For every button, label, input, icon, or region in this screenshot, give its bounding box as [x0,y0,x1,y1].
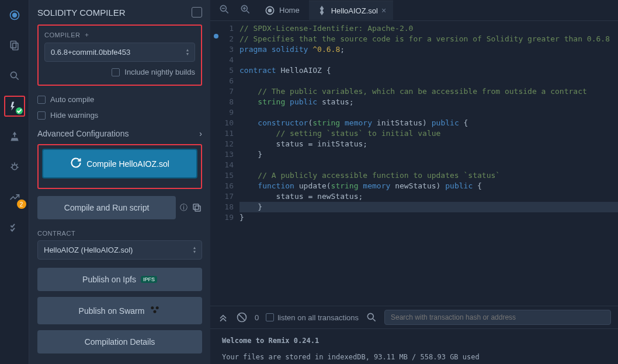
panel-collapse-icon[interactable] [192,7,202,18]
nightly-label: Include nightly builds [124,68,195,76]
chevron-updown-icon [186,48,189,56]
terminal-toolbar: 0 listen on all transactions [210,306,618,329]
close-icon[interactable]: × [381,6,386,15]
logo-icon[interactable] [4,5,25,26]
svg-rect-12 [195,206,200,211]
svg-point-4 [11,72,16,78]
badge-count: 2 [17,200,26,209]
svg-line-5 [16,78,18,80]
code-editor[interactable]: 12345678910111213141516171819 // SPDX-Li… [210,21,618,306]
icon-sidebar: 2 [0,0,29,364]
terminal-search-input[interactable] [384,310,611,325]
zoom-in-icon[interactable] [236,1,255,19]
advanced-config-toggle[interactable]: Advanced Configurations › [37,129,202,138]
svg-point-29 [269,9,272,12]
svg-line-33 [373,319,375,321]
svg-point-14 [151,306,154,309]
tab-file[interactable]: HelloAIOZ.sol × [309,1,393,20]
copy-icon[interactable] [192,202,202,214]
svg-point-1 [12,13,16,18]
svg-line-31 [239,314,245,320]
compiler-version-select[interactable]: 0.6.8+commit.0bbfe453 [44,43,195,62]
svg-rect-13 [193,204,199,209]
swarm-icon [149,304,161,317]
terminal: 0 listen on all transactions Welcome to … [210,306,618,364]
terminal-output: Welcome to Remix 0.24.1 Your files are s… [210,329,618,364]
terminal-welcome: Welcome to Remix 0.24.1 [222,337,319,345]
line-gutter: 12345678910111213141516171819 [210,21,239,306]
chevron-right-icon: › [199,129,202,138]
svg-line-9 [16,164,18,166]
breakpoint-icon[interactable] [214,34,218,38]
search-icon[interactable] [4,65,25,86]
svg-rect-2 [11,41,16,48]
zoom-out-icon[interactable] [215,1,234,19]
nightly-checkbox[interactable] [112,68,120,76]
svg-point-15 [156,306,159,309]
terminal-search-icon[interactable] [366,312,377,323]
hidewarnings-checkbox[interactable] [37,111,46,120]
code-content: // SPDX-License-Identifier: Apache-2.0 /… [239,21,618,306]
svg-line-23 [226,11,228,13]
compile-run-button[interactable]: Compile and Run script [37,196,176,219]
compiler-version-value: 0.6.8+commit.0bbfe453 [51,48,130,57]
terminal-clear-icon[interactable] [236,312,248,323]
compiler-section-highlight: COMPILER ＋ 0.6.8+commit.0bbfe453 Include… [37,24,202,86]
listen-label: listen on all transactions [277,313,359,322]
checklist-icon[interactable] [4,217,25,238]
svg-point-32 [367,313,373,319]
autocompile-label: Auto compile [50,95,94,104]
svg-point-16 [154,310,157,313]
compilation-details-button[interactable]: Compilation Details [37,330,202,354]
debug-icon[interactable] [4,156,25,177]
contract-label: CONTRACT [37,230,202,237]
contract-value: HelloAIOZ (HelloAIOZ.sol) [44,246,133,254]
pending-tx-count: 0 [255,313,259,322]
publish-swarm-button[interactable]: Publish on Swarm [37,297,202,324]
compile-button-label: Compile HelloAIOZ.sol [86,159,169,169]
compiler-icon[interactable] [4,96,25,117]
plus-icon[interactable]: ＋ [84,30,91,39]
refresh-icon [70,157,82,170]
listen-checkbox[interactable] [266,313,274,321]
editor-area: Home HelloAIOZ.sol × 1234567891011121314… [210,0,618,364]
ipfs-badge-icon: IPFS [141,276,157,283]
contract-select[interactable]: HelloAIOZ (HelloAIOZ.sol) [37,240,202,260]
terminal-collapse-icon[interactable] [217,312,229,323]
tab-home[interactable]: Home [257,1,307,20]
compiler-panel: SOLIDITY COMPILER COMPILER ＋ 0.6.8+commi… [29,0,210,364]
analytics-icon[interactable]: 2 [4,187,25,208]
compile-button[interactable]: Compile HelloAIOZ.sol [42,149,197,178]
svg-rect-3 [12,43,18,50]
success-badge-icon [16,107,23,114]
hidewarnings-label: Hide warnings [50,111,98,120]
terminal-storage: Your files are stored in indexedDB, 93.1… [222,351,606,363]
autocompile-checkbox[interactable] [37,96,46,104]
svg-line-8 [12,164,13,166]
deploy-icon[interactable] [4,126,25,147]
panel-title: SOLIDITY COMPILER [37,8,126,18]
svg-line-27 [247,11,249,13]
files-icon[interactable] [4,35,25,56]
chevron-updown-icon [193,246,196,254]
compile-button-highlight: Compile HelloAIOZ.sol [37,144,202,189]
panel-header: SOLIDITY COMPILER [37,7,202,18]
compiler-label: COMPILER ＋ [44,30,195,39]
tab-bar: Home HelloAIOZ.sol × [210,0,618,21]
info-icon[interactable]: ⓘ [179,202,188,213]
publish-ipfs-button[interactable]: Publish on Ipfs IPFS [37,268,202,291]
